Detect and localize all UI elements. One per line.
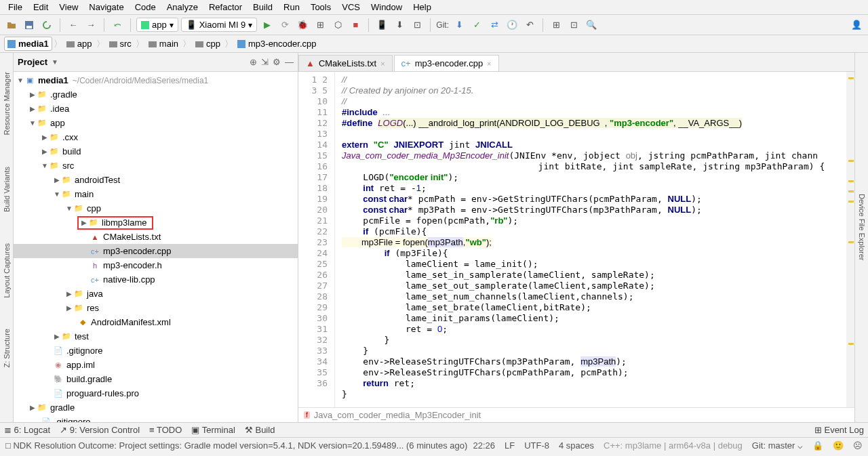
tab-device-file-explorer[interactable]: Device File Explorer bbox=[856, 188, 867, 266]
menu-vcs[interactable]: VCS bbox=[336, 1, 366, 14]
status-encoding[interactable]: UTF-8 bbox=[524, 440, 549, 451]
tab-layout-captures[interactable]: Layout Captures bbox=[1, 238, 12, 304]
minimize-icon[interactable]: — bbox=[285, 57, 294, 67]
tree-mp3-encoder-h[interactable]: hmp3-encoder.h bbox=[14, 258, 298, 272]
tree-cmakelists[interactable]: ▲CMakeLists.txt bbox=[14, 230, 298, 244]
open-icon[interactable] bbox=[4, 18, 19, 33]
git-history-icon[interactable]: 🕐 bbox=[505, 18, 519, 33]
menu-refactor[interactable]: Refactor bbox=[203, 1, 248, 14]
tab-build-variants[interactable]: Build Variants bbox=[1, 161, 12, 217]
status-indent[interactable]: 4 spaces bbox=[559, 440, 594, 451]
project-tree[interactable]: ▼▣media1~/Coder/Android/MediaSeries/medi… bbox=[14, 72, 298, 422]
sdk-icon[interactable]: ⬇ bbox=[392, 18, 407, 33]
close-icon[interactable]: × bbox=[487, 60, 491, 68]
tree-mp3-encoder-cpp[interactable]: c+mp3-encoder.cpp bbox=[14, 244, 298, 258]
menu-window[interactable]: Window bbox=[366, 1, 408, 14]
tree-gitignore[interactable]: 📄.gitignore bbox=[14, 344, 298, 358]
git-rollback-icon[interactable]: ↶ bbox=[522, 18, 537, 33]
tree-androidtest[interactable]: ▶📁androidTest bbox=[14, 173, 298, 187]
menu-file[interactable]: File bbox=[3, 1, 28, 14]
tree-app-iml[interactable]: ◉app.iml bbox=[14, 358, 298, 372]
menu-edit[interactable]: Edit bbox=[28, 1, 54, 14]
structure-icon[interactable]: ⊞ bbox=[549, 18, 564, 33]
tree-gradle2[interactable]: ▶📁gradle bbox=[14, 400, 298, 415]
device-combo[interactable]: 📱Xiaomi MI 9 ▾ bbox=[181, 18, 258, 32]
tree-libmp3lame[interactable]: ▶📁libmp3lame bbox=[14, 215, 298, 230]
stop-icon[interactable]: ■ bbox=[348, 18, 363, 33]
lock-icon[interactable]: 🔒 bbox=[812, 440, 823, 451]
forward-icon[interactable]: → bbox=[83, 18, 98, 33]
save-icon[interactable] bbox=[22, 18, 37, 33]
breadcrumb-src[interactable]: src bbox=[106, 37, 134, 50]
git-diff-icon[interactable]: ⇄ bbox=[487, 18, 502, 33]
gear-icon[interactable]: ⚙ bbox=[273, 57, 281, 67]
tree-root[interactable]: ▼▣media1~/Coder/Android/MediaSeries/medi… bbox=[14, 73, 298, 87]
status-git[interactable]: Git: master ⌵ bbox=[752, 440, 803, 451]
tab-mp3-encoder[interactable]: c+mp3-encoder.cpp× bbox=[394, 55, 499, 71]
line-gutter[interactable]: 1 2 3 5 10 11 12 13 14 15 16 17 18 19 20… bbox=[298, 72, 335, 407]
tab-logcat[interactable]: ≣ 6: Logcat bbox=[4, 425, 50, 435]
tree-build-gradle[interactable]: 🐘build.gradle bbox=[14, 372, 298, 386]
breadcrumb-cpp[interactable]: cpp bbox=[193, 37, 223, 50]
tree-gradle[interactable]: ▶📁.gradle bbox=[14, 87, 298, 102]
panel-title[interactable]: Project bbox=[18, 57, 47, 67]
tree-res[interactable]: ▶📁res bbox=[14, 301, 298, 315]
tree-java[interactable]: ▶📁java bbox=[14, 287, 298, 301]
tab-event-log[interactable]: ⊞ Event Log bbox=[814, 425, 864, 435]
error-stripe[interactable] bbox=[846, 72, 854, 407]
menu-run[interactable]: Run bbox=[278, 1, 305, 14]
sync-icon[interactable] bbox=[39, 18, 54, 33]
git-update-icon[interactable]: ⬇ bbox=[452, 18, 467, 33]
menu-analyze[interactable]: Analyze bbox=[161, 1, 203, 14]
tree-idea[interactable]: ▶📁.idea bbox=[14, 102, 298, 116]
tree-cpp[interactable]: ▼📁cpp bbox=[14, 201, 298, 215]
tab-structure[interactable]: Z: Structure bbox=[1, 323, 12, 373]
tree-main[interactable]: ▼📁main bbox=[14, 187, 298, 201]
profile-icon[interactable]: ⊞ bbox=[313, 18, 328, 33]
tree-gitignore2[interactable]: 📄.gitignore bbox=[14, 415, 298, 422]
tab-cmakelists[interactable]: ▲CMakeLists.txt× bbox=[298, 55, 393, 71]
back-icon[interactable]: ← bbox=[66, 18, 81, 33]
locate-icon[interactable]: ⊕ bbox=[250, 57, 257, 67]
chevron-down-icon[interactable]: ▼ bbox=[52, 58, 58, 66]
breadcrumb-file[interactable]: mp3-encoder.cpp bbox=[235, 37, 319, 50]
new-window-icon[interactable]: ⊡ bbox=[566, 18, 581, 33]
layout-inspector-icon[interactable]: ⊡ bbox=[410, 18, 425, 33]
user-icon[interactable]: 👤 bbox=[849, 18, 864, 33]
breadcrumb-main[interactable]: main bbox=[146, 37, 181, 50]
tree-proguard[interactable]: 📄proguard-rules.pro bbox=[14, 386, 298, 400]
run-config-combo[interactable]: app ▾ bbox=[136, 18, 178, 32]
attach-icon[interactable]: ⬡ bbox=[330, 18, 345, 33]
tree-cxx[interactable]: ▶📁.cxx bbox=[14, 130, 298, 144]
sad-icon[interactable]: ☹ bbox=[853, 440, 863, 451]
status-line-sep[interactable]: LF bbox=[505, 440, 515, 451]
search-icon[interactable]: 🔍 bbox=[584, 18, 599, 33]
menu-tools[interactable]: Tools bbox=[305, 1, 336, 14]
tree-build[interactable]: ▶📁build bbox=[14, 144, 298, 159]
debug-icon[interactable]: 🐞 bbox=[295, 18, 310, 33]
run-icon[interactable]: ▶ bbox=[260, 18, 275, 33]
menu-navigate[interactable]: Navigate bbox=[83, 1, 129, 14]
tab-terminal[interactable]: ▣ Terminal bbox=[191, 425, 235, 435]
tree-native-lib[interactable]: c+native-lib.cpp bbox=[14, 272, 298, 287]
menu-view[interactable]: View bbox=[54, 1, 83, 14]
tab-resource-manager[interactable]: Resource Manager bbox=[1, 66, 12, 141]
tree-manifest[interactable]: ◆AndroidManifest.xml bbox=[14, 315, 298, 329]
status-caret-pos[interactable]: 22:26 bbox=[473, 440, 495, 451]
menu-code[interactable]: Code bbox=[130, 1, 161, 14]
breadcrumb-root[interactable]: media1 bbox=[4, 37, 52, 51]
breadcrumb-app[interactable]: app bbox=[64, 37, 95, 50]
avd-icon[interactable]: 📱 bbox=[374, 18, 389, 33]
git-commit-icon[interactable]: ✓ bbox=[469, 18, 484, 33]
tree-src[interactable]: ▼📁src bbox=[14, 159, 298, 173]
code-editor[interactable]: // // Created by anjoiner on 20-1-15. //… bbox=[335, 72, 854, 407]
tab-todo[interactable]: ≡ TODO bbox=[149, 425, 182, 435]
apply-changes-icon[interactable]: ⟳ bbox=[277, 18, 292, 33]
status-context[interactable]: C++: mp3lame | arm64-v8a | debug bbox=[604, 440, 743, 451]
close-icon[interactable]: × bbox=[380, 60, 384, 68]
menu-help[interactable]: Help bbox=[408, 1, 437, 14]
tree-app[interactable]: ▼📁app bbox=[14, 116, 298, 130]
tree-test[interactable]: ▶📁test bbox=[14, 329, 298, 344]
menu-build[interactable]: Build bbox=[248, 1, 278, 14]
undo-icon[interactable]: ⤺ bbox=[110, 18, 125, 33]
